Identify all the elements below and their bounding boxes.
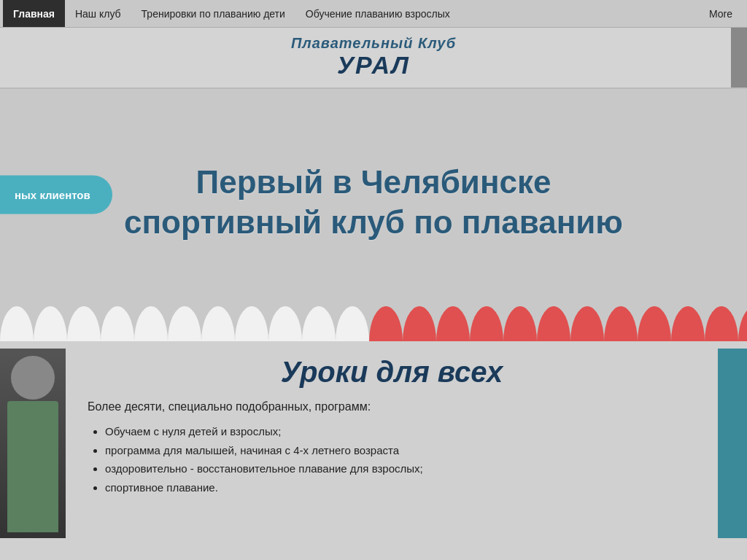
arch-white — [34, 306, 67, 341]
list-item: Обучаем с нуля детей и взрослых; — [105, 422, 696, 441]
arch-red — [671, 306, 705, 341]
right-photo — [718, 349, 747, 538]
content-inner: Уроки для всех Более десяти, специально … — [0, 349, 747, 538]
left-photo — [0, 349, 66, 538]
arch-white — [101, 306, 134, 341]
arch-white — [201, 306, 235, 341]
content-section: Уроки для всех Более десяти, специально … — [0, 341, 747, 560]
nav-item-kids[interactable]: Тренировки по плаванию дети — [131, 0, 295, 27]
nav-item-home[interactable]: Главная — [3, 0, 65, 27]
arch-red — [436, 306, 470, 341]
section-list: Обучаем с нуля детей и взрослых;программ… — [88, 422, 696, 497]
arch-white — [67, 306, 101, 341]
header-subtitle: Плавательный Клуб — [0, 35, 747, 52]
arch-red — [369, 306, 403, 341]
nav-item-adults[interactable]: Обучение плаванию взрослых — [295, 0, 460, 27]
hero-heading-line1: Первый в Челябинске — [196, 164, 551, 200]
arch-red — [638, 306, 671, 341]
header-right-button[interactable] — [731, 28, 747, 88]
arch-white — [336, 306, 369, 341]
arch-red — [503, 306, 537, 341]
arch-red — [738, 306, 747, 341]
list-item: программа для малышей, начиная с 4-х лет… — [105, 441, 696, 460]
arch-white — [0, 306, 34, 341]
header-title: УРАЛ — [0, 52, 747, 79]
list-item: оздоровительно - восстановительное плава… — [105, 459, 696, 478]
arch-white — [134, 306, 168, 341]
arch-red — [705, 306, 738, 341]
arch-red — [604, 306, 638, 341]
navbar: Главная Наш клуб Тренировки по плаванию … — [0, 0, 747, 28]
site-header: Плавательный Клуб УРАЛ — [0, 28, 747, 89]
arch-white — [302, 306, 336, 341]
main-content: Уроки для всех Более десяти, специально … — [66, 349, 718, 504]
nav-item-club[interactable]: Наш клуб — [65, 0, 131, 27]
list-item: спортивное плавание. — [105, 478, 696, 497]
hero-badge: ных клиентов — [0, 176, 112, 214]
arch-white — [168, 306, 201, 341]
arch-red — [403, 306, 436, 341]
arch-red — [537, 306, 570, 341]
more-button[interactable]: More — [697, 0, 744, 27]
arch-red — [570, 306, 604, 341]
section-subtitle: Более десяти, специально подобранных, пр… — [88, 400, 696, 413]
hero-text: Первый в Челябинске спортивный клуб по п… — [109, 133, 638, 257]
arch-white — [268, 306, 302, 341]
section-title: Уроки для всех — [88, 356, 696, 389]
hero-heading: Первый в Челябинске спортивный клуб по п… — [124, 162, 623, 242]
arch-white — [235, 306, 268, 341]
hero-heading-line2: спортивный клуб по плаванию — [124, 204, 623, 240]
arch-red — [470, 306, 503, 341]
arch-row — [0, 300, 747, 341]
hero-section: ных клиентов Первый в Челябинске спортив… — [0, 89, 747, 300]
